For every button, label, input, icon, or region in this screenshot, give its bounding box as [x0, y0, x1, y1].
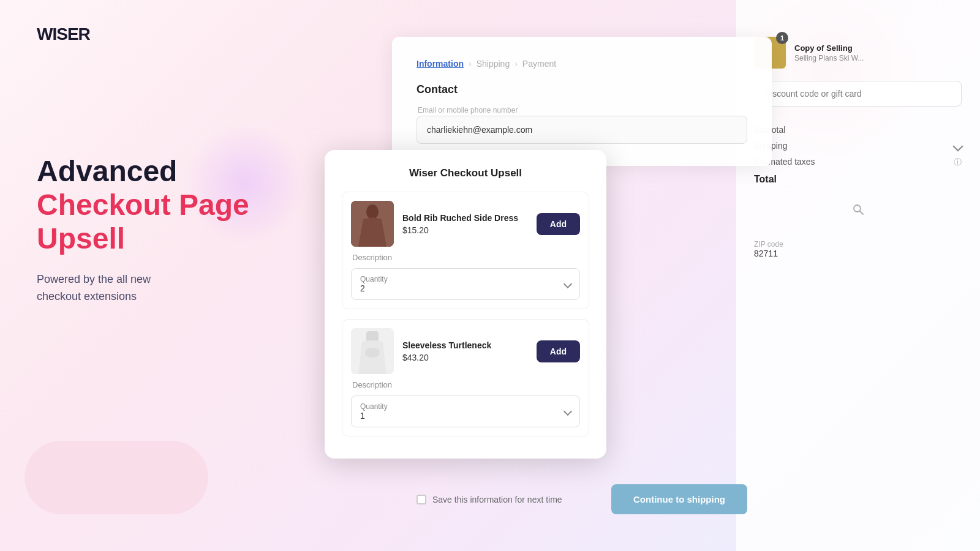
- upsell-item-2-quantity[interactable]: Quantity 1: [351, 395, 580, 427]
- taxes-row: Estimated taxes ⓘ: [754, 157, 962, 168]
- shipping-chevron-icon: [951, 141, 962, 151]
- upsell-item-1-row: Bold Rib Ruched Side Dress $15.20 Add: [351, 201, 580, 247]
- upsell-title: Wiser Checkout Upsell: [342, 167, 589, 179]
- left-panel: WISER Advanced Checkout Page Upsell Powe…: [0, 0, 380, 551]
- save-info-row: Save this information for next time: [417, 495, 562, 504]
- contact-section-title: Contact: [417, 83, 747, 96]
- breadcrumb-shipping[interactable]: Shipping: [477, 59, 510, 69]
- zip-label: ZIP code: [754, 240, 962, 249]
- svg-point-0: [854, 205, 861, 212]
- brand-logo: WISER: [37, 24, 343, 44]
- upsell-item-2-price: $43.20: [402, 353, 528, 362]
- cart-item-preview: 1 Copy of Selling Selling Plans Ski W...: [754, 37, 962, 69]
- order-summary-panel: 1 Copy of Selling Selling Plans Ski W...…: [735, 0, 980, 551]
- discount-input[interactable]: [754, 81, 962, 107]
- upsell-item-1-price: $15.20: [402, 225, 528, 235]
- decorative-circle: [24, 441, 208, 514]
- hero-desc-line2: checkout extensions: [37, 290, 137, 302]
- upsell-item-2-quantity-value: 1: [360, 411, 388, 421]
- cart-item-info: Copy of Selling Selling Plans Ski W...: [794, 43, 962, 62]
- breadcrumb: Information › Shipping › Payment: [417, 59, 747, 69]
- upsell-item-2-info: Sleeveless Turtleneck $43.20: [402, 340, 528, 362]
- shipping-row: Shipping: [754, 141, 962, 151]
- cart-item-name: Copy of Selling: [794, 43, 962, 53]
- hero-desc-line1: Powered by the all new: [37, 273, 151, 285]
- quantity-1-chevron-icon: [564, 280, 572, 288]
- breadcrumb-payment[interactable]: Payment: [522, 59, 556, 69]
- breadcrumb-sep-1: ›: [469, 59, 472, 69]
- total-row: Total: [754, 174, 962, 185]
- upsell-item-1-add-button[interactable]: Add: [537, 213, 580, 235]
- save-checkbox[interactable]: [417, 495, 426, 504]
- zip-section: ZIP code 82711: [754, 240, 962, 258]
- upsell-item-1-name: Bold Rib Ruched Side Dress: [402, 213, 528, 223]
- svg-point-3: [366, 204, 379, 219]
- total-label: Total: [754, 174, 777, 185]
- upsell-item-2-description: Description: [351, 380, 580, 389]
- upsell-item-1-quantity[interactable]: Quantity 2: [351, 268, 580, 300]
- upsell-item-1-quantity-label: Quantity: [360, 275, 388, 283]
- upsell-item-1-info: Bold Rib Ruched Side Dress $15.20: [402, 213, 528, 235]
- search-icon: [754, 203, 962, 216]
- save-label: Save this information for next time: [432, 495, 562, 504]
- svg-line-1: [860, 211, 863, 214]
- upsell-item-1-image: [351, 201, 394, 247]
- subtotal-row: Subtotal: [754, 125, 962, 135]
- upsell-item-2: Sleeveless Turtleneck $43.20 Add Descrip…: [342, 319, 589, 437]
- checkout-panel: Information › Shipping › Payment Contact…: [392, 37, 772, 166]
- upsell-item-2-row: Sleeveless Turtleneck $43.20 Add: [351, 328, 580, 374]
- hero-line3: Upsell: [37, 222, 125, 255]
- upsell-item-1-description: Description: [351, 253, 580, 262]
- hero-line1: Advanced: [37, 155, 177, 187]
- email-input[interactable]: [417, 116, 747, 144]
- upsell-item-2-quantity-label: Quantity: [360, 402, 388, 411]
- upsell-item-2-image: [351, 328, 394, 374]
- email-input-label: Email or mobile phone number: [417, 106, 747, 114]
- info-icon: ⓘ: [954, 157, 962, 168]
- upsell-item-2-name: Sleeveless Turtleneck: [402, 340, 528, 350]
- breadcrumb-sep-2: ›: [514, 59, 518, 69]
- quantity-2-chevron-icon: [564, 407, 572, 416]
- hero-section: Advanced Checkout Page Upsell Powered by…: [37, 154, 343, 305]
- breadcrumb-information[interactable]: Information: [417, 59, 464, 69]
- checkout-bottom: Save this information for next time Cont…: [392, 484, 772, 514]
- upsell-item-1-quantity-value: 2: [360, 283, 388, 293]
- cart-badge: 1: [776, 32, 788, 44]
- upsell-modal: Wiser Checkout Upsell Bold Rib Ruched Si…: [325, 150, 606, 459]
- upsell-item-2-add-button[interactable]: Add: [537, 340, 580, 362]
- hero-line2: Checkout Page: [37, 189, 249, 221]
- svg-point-6: [365, 348, 380, 358]
- continue-to-shipping-button[interactable]: Continue to shipping: [611, 484, 747, 514]
- cart-item-subtitle: Selling Plans Ski W...: [794, 54, 962, 62]
- order-summary: Subtotal Shipping Estimated taxes ⓘ Tota…: [754, 125, 962, 185]
- zip-value: 82711: [754, 249, 962, 258]
- upsell-item-1: Bold Rib Ruched Side Dress $15.20 Add De…: [342, 192, 589, 309]
